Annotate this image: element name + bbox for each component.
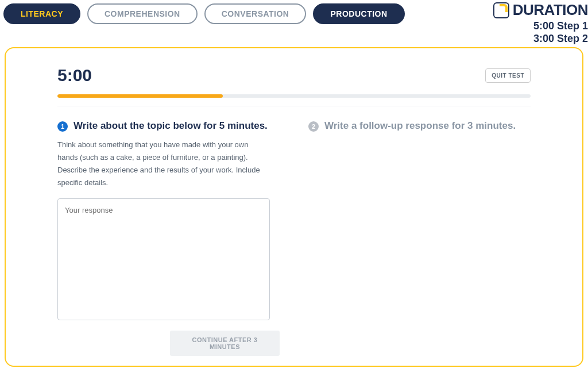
- step-1-badge: 1: [57, 121, 68, 132]
- step-2-badge: 2: [308, 121, 319, 132]
- step-1-desc: Think about something that you have made…: [57, 139, 270, 189]
- tab-literacy[interactable]: LITERACY: [3, 3, 80, 24]
- step-2-title: Write a follow-up response for 3 minutes…: [324, 120, 516, 132]
- duration-title: DURATION: [493, 1, 588, 19]
- response-input[interactable]: [57, 198, 270, 320]
- continue-button[interactable]: CONTINUE AFTER 3 MINUTES: [170, 331, 280, 356]
- timer-display: 5:00: [57, 66, 92, 85]
- top-bar: LITERACY COMPREHENSION CONVERSATION PROD…: [0, 0, 588, 24]
- progress-bar: [57, 94, 531, 98]
- tab-production[interactable]: PRODUCTION: [313, 3, 404, 24]
- duration-step-1: 5:00 Step 1: [493, 20, 588, 33]
- divider: [57, 106, 531, 106]
- quit-test-button[interactable]: QUIT TEST: [485, 68, 531, 83]
- duration-label: DURATION: [513, 1, 588, 19]
- test-container: 5:00 QUIT TEST 1 Write about the topic b…: [5, 47, 583, 367]
- duration-step-2: 3:00 Step 2: [493, 33, 588, 45]
- timer-row: 5:00 QUIT TEST: [57, 66, 531, 85]
- progress-fill: [57, 94, 223, 98]
- duration-steps: 5:00 Step 1 3:00 Step 2: [493, 20, 588, 45]
- step-1-heading: 1 Write about the topic below for 5 minu…: [57, 120, 280, 132]
- progress-track: [57, 94, 531, 98]
- tab-comprehension[interactable]: COMPREHENSION: [87, 3, 198, 24]
- step-2-heading: 2 Write a follow-up response for 3 minut…: [308, 120, 531, 132]
- clock-icon: [493, 2, 509, 18]
- step-2: 2 Write a follow-up response for 3 minut…: [308, 120, 531, 356]
- duration-block: DURATION 5:00 Step 1 3:00 Step 2: [493, 1, 588, 45]
- tab-conversation[interactable]: CONVERSATION: [204, 3, 307, 24]
- tab-group: LITERACY COMPREHENSION CONVERSATION PROD…: [3, 3, 405, 24]
- steps: 1 Write about the topic below for 5 minu…: [57, 120, 531, 356]
- step-1: 1 Write about the topic below for 5 minu…: [57, 120, 280, 356]
- step-1-title: Write about the topic below for 5 minute…: [74, 120, 268, 132]
